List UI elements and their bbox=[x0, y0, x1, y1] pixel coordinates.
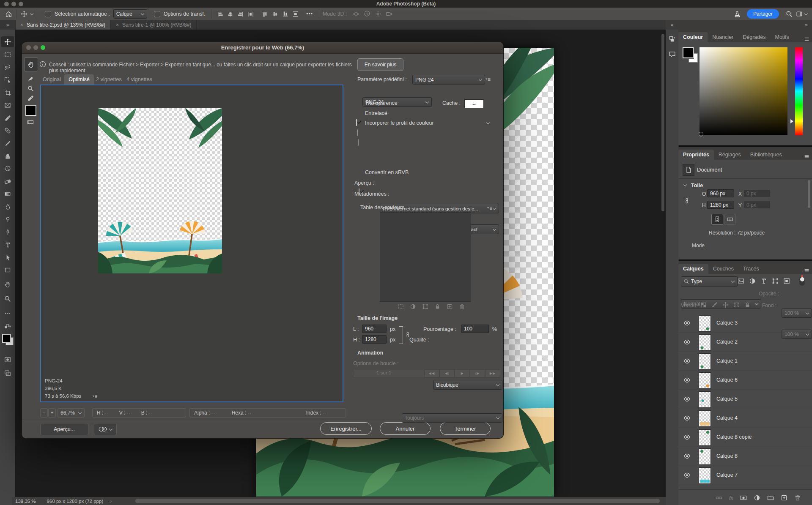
filter-smart-object-icon[interactable] bbox=[783, 278, 790, 284]
lock-transparency-icon[interactable] bbox=[700, 302, 707, 308]
done-button[interactable]: Terminer bbox=[440, 422, 491, 435]
status-menu-arrow-icon[interactable]: › bbox=[110, 499, 112, 504]
view-tab-original[interactable]: Original bbox=[39, 74, 64, 85]
visibility-eye-icon[interactable] bbox=[683, 472, 691, 479]
tab-reglages[interactable]: Réglages bbox=[714, 150, 746, 160]
filter-image-icon[interactable] bbox=[738, 278, 744, 284]
optimized-preview-area[interactable]: PNG-24 396,5 K 73 s à 56,6 Kbps bbox=[40, 85, 343, 402]
window-zoom-button[interactable] bbox=[19, 2, 23, 6]
tab-nuancier[interactable]: Nuancier bbox=[708, 32, 738, 42]
view-tab-4up[interactable]: 4 vignettes bbox=[124, 74, 155, 85]
layer-name[interactable]: Calque 3 bbox=[716, 320, 738, 326]
dialog-close-button[interactable] bbox=[26, 45, 31, 50]
height-input[interactable]: 1280 bbox=[362, 335, 387, 344]
move-tool-icon[interactable] bbox=[20, 11, 28, 17]
link-layers-icon[interactable] bbox=[716, 494, 722, 501]
align-left-icon[interactable] bbox=[215, 11, 225, 17]
distribute-v-icon[interactable] bbox=[290, 11, 300, 17]
save-button[interactable]: Enregistrer... bbox=[320, 422, 372, 435]
foreground-background-swatches[interactable] bbox=[2, 334, 13, 345]
tab-couleur[interactable]: Couleur bbox=[678, 32, 708, 42]
layer-name[interactable]: Calque 2 bbox=[716, 339, 738, 345]
path-selection-tool[interactable] bbox=[1, 252, 14, 263]
view-tab-optimized[interactable]: Optimisé bbox=[64, 74, 94, 85]
tab-motifs[interactable]: Motifs bbox=[770, 32, 793, 42]
visibility-eye-icon[interactable] bbox=[683, 396, 691, 403]
layer-row[interactable]: Calque 8 bbox=[678, 447, 812, 466]
dialog-slice-select-tool[interactable] bbox=[25, 74, 36, 83]
rectangle-tool[interactable] bbox=[1, 265, 14, 276]
zoom-level-dropdown[interactable]: 66,7% bbox=[58, 408, 85, 418]
tab-couches[interactable]: Couches bbox=[708, 264, 738, 274]
edit-toolbar-icon[interactable]: ••• bbox=[1, 308, 14, 319]
dialog-slice-visibility-toggle[interactable] bbox=[25, 118, 36, 126]
history-panel-icon[interactable] bbox=[668, 35, 676, 43]
dialog-eyedropper-color-swatch[interactable] bbox=[25, 105, 36, 116]
visibility-eye-icon[interactable] bbox=[683, 377, 691, 384]
layer-filter-dropdown[interactable]: Type bbox=[681, 276, 738, 287]
eraser-tool[interactable] bbox=[1, 176, 14, 187]
screen-mode-icon[interactable] bbox=[1, 368, 14, 379]
link-dimensions-icon[interactable] bbox=[683, 194, 690, 207]
distribute-h-icon[interactable] bbox=[245, 11, 255, 17]
hue-slider-arrow[interactable] bbox=[790, 119, 793, 123]
auto-select-dropdown[interactable]: Calque bbox=[113, 9, 147, 19]
more-options-icon[interactable]: ••• bbox=[306, 11, 313, 17]
auto-select-checkbox[interactable] bbox=[45, 11, 51, 17]
home-icon[interactable] bbox=[4, 11, 13, 18]
tool-preset-chevron-icon[interactable] bbox=[30, 12, 33, 16]
layer-thumbnail[interactable] bbox=[699, 372, 711, 389]
gradient-tool[interactable] bbox=[1, 188, 14, 199]
healing-brush-tool[interactable] bbox=[1, 125, 14, 136]
dialog-hand-tool[interactable] bbox=[24, 57, 38, 71]
layer-thumbnail[interactable] bbox=[699, 391, 711, 408]
adjustment-layer-icon[interactable] bbox=[754, 494, 760, 501]
marquee-tool[interactable] bbox=[1, 49, 14, 60]
new-group-icon[interactable] bbox=[767, 494, 774, 501]
search-icon[interactable] bbox=[784, 11, 794, 17]
layer-row[interactable]: Calque 2 bbox=[678, 333, 812, 352]
saturation-brightness-field[interactable] bbox=[700, 47, 787, 135]
frame-tool[interactable] bbox=[1, 100, 14, 111]
toolbar-expand-icon[interactable]: » bbox=[0, 20, 15, 30]
tab-calques[interactable]: Calques bbox=[678, 264, 708, 274]
filter-toggle[interactable] bbox=[799, 276, 805, 286]
pen-tool[interactable] bbox=[1, 227, 14, 237]
layer-style-icon[interactable]: fx bbox=[729, 495, 733, 501]
foreground-color-swatch[interactable] bbox=[683, 47, 694, 58]
color-table[interactable] bbox=[380, 212, 471, 302]
comments-panel-icon[interactable] bbox=[668, 50, 676, 58]
layer-row[interactable]: Calque 1 bbox=[678, 352, 812, 371]
new-layer-icon[interactable] bbox=[781, 494, 787, 501]
visibility-eye-icon[interactable] bbox=[683, 434, 691, 441]
filter-adjustment-icon[interactable] bbox=[749, 278, 756, 284]
dialog-titlebar[interactable]: Enregistrer pour le Web (66,7%) bbox=[22, 42, 503, 54]
tab-traces[interactable]: Tracés bbox=[738, 264, 764, 274]
close-icon[interactable]: × bbox=[116, 22, 119, 28]
align-middle-v-icon[interactable] bbox=[270, 11, 280, 17]
beta-flask-icon[interactable] bbox=[732, 11, 742, 18]
lock-position-icon[interactable] bbox=[722, 302, 729, 308]
panel-menu-icon[interactable] bbox=[801, 153, 812, 160]
preset-menu-icon[interactable] bbox=[484, 76, 491, 82]
color-table-menu-icon[interactable] bbox=[486, 205, 493, 211]
collapse-panels-icon[interactable]: « bbox=[671, 22, 674, 28]
share-button[interactable]: Partager bbox=[747, 9, 779, 19]
hue-slider[interactable] bbox=[795, 47, 803, 135]
delete-layer-icon[interactable] bbox=[794, 494, 801, 501]
align-right-icon[interactable] bbox=[235, 11, 245, 17]
portrait-orientation-button[interactable] bbox=[711, 214, 723, 225]
horizontal-scrollbar-thumb[interactable] bbox=[135, 499, 660, 503]
hand-tool[interactable] bbox=[1, 279, 14, 290]
zoom-in-button[interactable]: + bbox=[48, 408, 56, 418]
eyedropper-tool[interactable] bbox=[1, 112, 14, 123]
workspace-icon[interactable] bbox=[794, 11, 804, 17]
swap-colors-icon[interactable] bbox=[1, 321, 14, 332]
zoom-tool[interactable] bbox=[1, 293, 14, 304]
learn-more-button[interactable]: En savoir plus bbox=[357, 58, 403, 71]
tab-degrades[interactable]: Dégradés bbox=[738, 32, 770, 42]
panel-scrollbar[interactable] bbox=[808, 180, 810, 208]
layer-thumbnail[interactable] bbox=[699, 448, 711, 465]
foreground-color-swatch[interactable] bbox=[2, 334, 11, 343]
tab-sans-titre-1[interactable]: × Sans titre-1 @ 100% (RVB/8#) bbox=[111, 20, 197, 30]
